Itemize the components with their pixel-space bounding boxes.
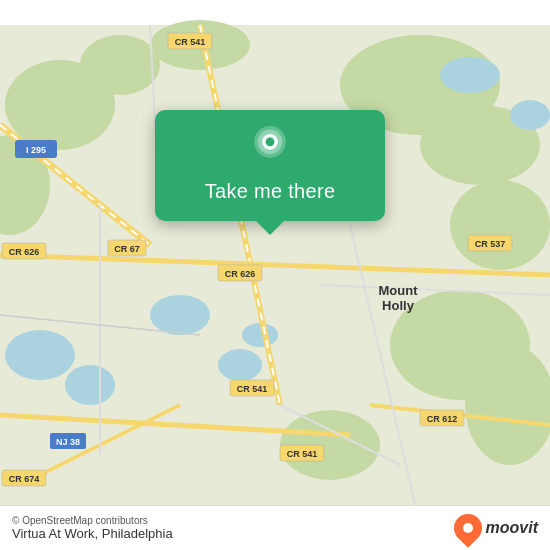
svg-text:I 295: I 295 xyxy=(26,145,46,155)
svg-point-59 xyxy=(266,137,275,146)
svg-point-15 xyxy=(242,323,278,347)
svg-text:CR 67: CR 67 xyxy=(114,244,140,254)
attribution-text: © OpenStreetMap contributors xyxy=(12,515,173,526)
svg-point-16 xyxy=(440,57,500,93)
map-container: I 295 CR 541 CR 626 CR 67 CR 626 CR 537 … xyxy=(0,0,550,550)
svg-text:CR 541: CR 541 xyxy=(287,449,318,459)
svg-text:NJ 38: NJ 38 xyxy=(56,437,80,447)
moovit-logo-text: moovit xyxy=(486,519,538,537)
bottom-bar: © OpenStreetMap contributors Virtua At W… xyxy=(0,505,550,550)
svg-text:Mount: Mount xyxy=(379,283,419,298)
map-background: I 295 CR 541 CR 626 CR 67 CR 626 CR 537 … xyxy=(0,0,550,550)
location-label: Virtua At Work, Philadelphia xyxy=(12,526,173,541)
svg-text:CR 674: CR 674 xyxy=(9,474,40,484)
svg-point-12 xyxy=(65,365,115,405)
svg-text:CR 626: CR 626 xyxy=(9,247,40,257)
svg-text:CR 541: CR 541 xyxy=(237,384,268,394)
svg-point-17 xyxy=(510,100,550,130)
svg-point-13 xyxy=(150,295,210,335)
svg-text:CR 626: CR 626 xyxy=(225,269,256,279)
svg-text:Holly: Holly xyxy=(382,298,415,313)
svg-point-14 xyxy=(218,349,262,381)
moovit-icon xyxy=(448,508,488,548)
svg-point-6 xyxy=(80,35,160,95)
svg-text:CR 541: CR 541 xyxy=(175,37,206,47)
location-pin-icon xyxy=(248,126,292,170)
bottom-left: © OpenStreetMap contributors Virtua At W… xyxy=(12,515,173,541)
popup-card: Take me there xyxy=(155,110,385,221)
svg-point-11 xyxy=(5,330,75,380)
moovit-logo: moovit xyxy=(454,514,538,542)
svg-text:CR 537: CR 537 xyxy=(475,239,506,249)
svg-point-3 xyxy=(450,180,550,270)
svg-text:CR 612: CR 612 xyxy=(427,414,458,424)
take-me-there-button[interactable]: Take me there xyxy=(205,180,336,203)
